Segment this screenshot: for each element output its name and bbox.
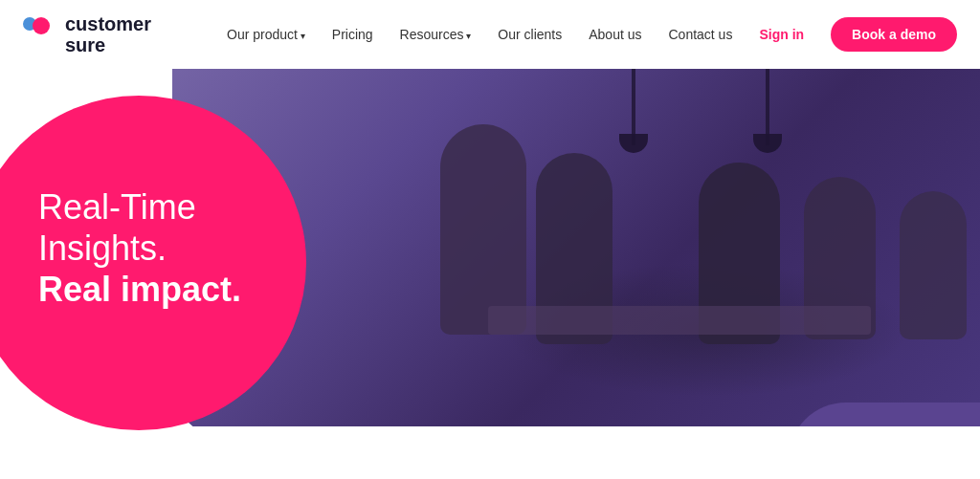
nav-link-product[interactable]: Our product (227, 27, 305, 42)
navbar: customer sure Our product Pricing Resour… (0, 0, 980, 69)
nav-link-resources[interactable]: Resources (400, 27, 472, 42)
lamp-shade-1 (619, 134, 648, 153)
nav-link-about[interactable]: About us (589, 27, 641, 42)
nav-link-contact[interactable]: Contact us (668, 27, 732, 42)
bottom-white-bar (0, 426, 980, 479)
logo-dot-pink (33, 17, 50, 34)
logo-sure: sure (65, 34, 151, 55)
hero-line-1: Real-Time (38, 186, 241, 228)
nav-links: Our product Pricing Resources Our client… (227, 17, 957, 52)
nav-item-resources[interactable]: Resources (400, 26, 472, 43)
nav-item-book-demo[interactable]: Book a demo (831, 17, 957, 52)
nav-link-signin[interactable]: Sign in (759, 27, 804, 42)
person-figure-1 (440, 124, 526, 335)
nav-link-pricing[interactable]: Pricing (332, 27, 373, 42)
nav-item-product[interactable]: Our product (227, 26, 305, 43)
logo-text: customer sure (65, 13, 151, 55)
hero-section: Real-Time Insights. Real impact. custome… (0, 0, 980, 479)
hero-line-2: Insights. (38, 228, 241, 269)
nav-item-pricing[interactable]: Pricing (332, 26, 373, 43)
nav-item-about[interactable]: About us (589, 26, 641, 43)
table-simulation (488, 306, 871, 335)
logo[interactable]: customer sure (23, 13, 176, 55)
hero-text-block: Real-Time Insights. Real impact. (38, 186, 241, 311)
book-demo-button[interactable]: Book a demo (831, 17, 957, 52)
lamp-shade-2 (753, 134, 782, 153)
person-figure-5 (900, 191, 967, 339)
logo-icon (23, 17, 57, 52)
nav-item-clients[interactable]: Our clients (498, 26, 562, 43)
nav-item-signin[interactable]: Sign in (759, 26, 804, 43)
nav-item-contact[interactable]: Contact us (668, 26, 732, 43)
logo-customer: customer (65, 13, 151, 34)
nav-link-clients[interactable]: Our clients (498, 27, 562, 42)
hero-line-3: Real impact. (38, 269, 241, 310)
